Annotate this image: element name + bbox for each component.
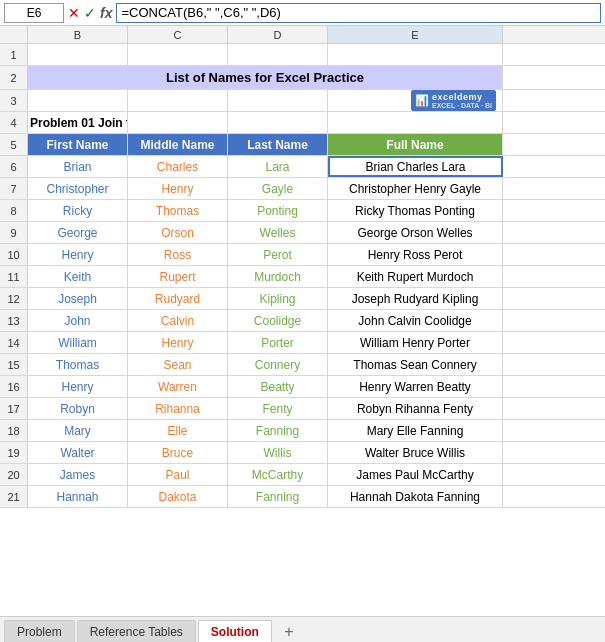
col-header-b[interactable]: B bbox=[28, 26, 128, 43]
tab-problem[interactable]: Problem bbox=[4, 620, 75, 642]
cancel-icon[interactable]: ✕ bbox=[68, 5, 80, 21]
cell-c8[interactable]: Thomas bbox=[128, 200, 228, 221]
cell-c11[interactable]: Rupert bbox=[128, 266, 228, 287]
cell-e21[interactable]: Hannah Dakota Fanning bbox=[328, 486, 503, 507]
cell-c16[interactable]: Warren bbox=[128, 376, 228, 397]
cell-b12[interactable]: Joseph bbox=[28, 288, 128, 309]
cell-b7[interactable]: Christopher bbox=[28, 178, 128, 199]
cell-c21[interactable]: Dakota bbox=[128, 486, 228, 507]
cell-reference-box[interactable] bbox=[4, 3, 64, 23]
cell-c15[interactable]: Sean bbox=[128, 354, 228, 375]
cell-d18[interactable]: Fanning bbox=[228, 420, 328, 441]
cell-d9[interactable]: Welles bbox=[228, 222, 328, 243]
cell-b11[interactable]: Keith bbox=[28, 266, 128, 287]
cell-d11[interactable]: Murdoch bbox=[228, 266, 328, 287]
row-11: 11 Keith Rupert Murdoch Keith Rupert Mur… bbox=[0, 266, 605, 288]
add-sheet-button[interactable]: + bbox=[278, 622, 300, 642]
cell-c12[interactable]: Rudyard bbox=[128, 288, 228, 309]
cell-d3[interactable] bbox=[228, 90, 328, 111]
cell-b20[interactable]: James bbox=[28, 464, 128, 485]
formula-input[interactable] bbox=[116, 3, 601, 23]
cell-b18[interactable]: Mary bbox=[28, 420, 128, 441]
cell-b17[interactable]: Robyn bbox=[28, 398, 128, 419]
cell-e13[interactable]: John Calvin Coolidge bbox=[328, 310, 503, 331]
row-19: 19 Walter Bruce Willis Walter Bruce Will… bbox=[0, 442, 605, 464]
cell-e1[interactable] bbox=[328, 44, 503, 65]
cell-e19[interactable]: Walter Bruce Willis bbox=[328, 442, 503, 463]
col-header-d[interactable]: D bbox=[228, 26, 328, 43]
cell-c14[interactable]: Henry bbox=[128, 332, 228, 353]
cell-c5[interactable]: Middle Name bbox=[128, 134, 228, 155]
cell-e9[interactable]: George Orson Welles bbox=[328, 222, 503, 243]
cell-d20[interactable]: McCarthy bbox=[228, 464, 328, 485]
cell-c7[interactable]: Henry bbox=[128, 178, 228, 199]
cell-b3[interactable] bbox=[28, 90, 128, 111]
cell-d13[interactable]: Coolidge bbox=[228, 310, 328, 331]
cell-b8[interactable]: Ricky bbox=[28, 200, 128, 221]
cell-d21[interactable]: Fanning bbox=[228, 486, 328, 507]
tab-solution[interactable]: Solution bbox=[198, 620, 272, 642]
confirm-icon[interactable]: ✓ bbox=[84, 5, 96, 21]
cell-b21[interactable]: Hannah bbox=[28, 486, 128, 507]
cell-d1[interactable] bbox=[228, 44, 328, 65]
cell-e17[interactable]: Robyn Rihanna Fenty bbox=[328, 398, 503, 419]
cell-b6[interactable]: Brian bbox=[28, 156, 128, 177]
cell-e11[interactable]: Keith Rupert Murdoch bbox=[328, 266, 503, 287]
cell-d7[interactable]: Gayle bbox=[228, 178, 328, 199]
cell-e7[interactable]: Christopher Henry Gayle bbox=[328, 178, 503, 199]
cell-c10[interactable]: Ross bbox=[128, 244, 228, 265]
cell-c9[interactable]: Orson bbox=[128, 222, 228, 243]
cell-d16[interactable]: Beatty bbox=[228, 376, 328, 397]
cell-c3[interactable] bbox=[128, 90, 228, 111]
cell-b4[interactable]: Problem 01 Join the Name: bbox=[28, 112, 128, 133]
cell-e5[interactable]: Full Name bbox=[328, 134, 503, 155]
cell-d19[interactable]: Willis bbox=[228, 442, 328, 463]
cell-c1[interactable] bbox=[128, 44, 228, 65]
cell-e4[interactable] bbox=[328, 112, 503, 133]
cell-e15[interactable]: Thomas Sean Connery bbox=[328, 354, 503, 375]
cell-e3[interactable]: 📊 exceldemy EXCEL · DATA · BI bbox=[328, 90, 503, 111]
cell-e14[interactable]: William Henry Porter bbox=[328, 332, 503, 353]
cell-b19[interactable]: Walter bbox=[28, 442, 128, 463]
cell-b15[interactable]: Thomas bbox=[28, 354, 128, 375]
cell-c17[interactable]: Rihanna bbox=[128, 398, 228, 419]
cell-b13[interactable]: John bbox=[28, 310, 128, 331]
cell-e20[interactable]: James Paul McCarthy bbox=[328, 464, 503, 485]
cell-b9[interactable]: George bbox=[28, 222, 128, 243]
cell-d4[interactable] bbox=[228, 112, 328, 133]
cell-e6[interactable]: Brian Charles Lara bbox=[328, 156, 503, 177]
cell-b2[interactable]: List of Names for Excel Practice bbox=[28, 66, 503, 89]
cell-d5[interactable]: Last Name bbox=[228, 134, 328, 155]
cell-c19[interactable]: Bruce bbox=[128, 442, 228, 463]
cell-c6[interactable]: Charles bbox=[128, 156, 228, 177]
cell-e16[interactable]: Henry Warren Beatty bbox=[328, 376, 503, 397]
cell-e8[interactable]: Ricky Thomas Ponting bbox=[328, 200, 503, 221]
cell-b10[interactable]: Henry bbox=[28, 244, 128, 265]
cell-c20[interactable]: Paul bbox=[128, 464, 228, 485]
cell-b5[interactable]: First Name bbox=[28, 134, 128, 155]
cell-d17[interactable]: Fenty bbox=[228, 398, 328, 419]
column-headers: B C D E bbox=[0, 26, 605, 44]
function-icon[interactable]: fx bbox=[100, 5, 112, 21]
cell-e12[interactable]: Joseph Rudyard Kipling bbox=[328, 288, 503, 309]
cell-c13[interactable]: Calvin bbox=[128, 310, 228, 331]
cell-d10[interactable]: Perot bbox=[228, 244, 328, 265]
grid: 1 2 List of Names for Excel Practice 3 📊 bbox=[0, 44, 605, 508]
col-header-c[interactable]: C bbox=[128, 26, 228, 43]
tab-reference-tables[interactable]: Reference Tables bbox=[77, 620, 196, 642]
cell-b1[interactable] bbox=[28, 44, 128, 65]
cell-d12[interactable]: Kipling bbox=[228, 288, 328, 309]
cell-c18[interactable]: Elle bbox=[128, 420, 228, 441]
cell-d6[interactable]: Lara bbox=[228, 156, 328, 177]
cell-b14[interactable]: William bbox=[28, 332, 128, 353]
col-last-name: Last Name bbox=[247, 138, 308, 152]
cell-d14[interactable]: Porter bbox=[228, 332, 328, 353]
cell-c4[interactable] bbox=[128, 112, 228, 133]
cell-d8[interactable]: Ponting bbox=[228, 200, 328, 221]
col-header-e[interactable]: E bbox=[328, 26, 503, 43]
col-first-name: First Name bbox=[46, 138, 108, 152]
cell-b16[interactable]: Henry bbox=[28, 376, 128, 397]
cell-e10[interactable]: Henry Ross Perot bbox=[328, 244, 503, 265]
cell-d15[interactable]: Connery bbox=[228, 354, 328, 375]
cell-e18[interactable]: Mary Elle Fanning bbox=[328, 420, 503, 441]
